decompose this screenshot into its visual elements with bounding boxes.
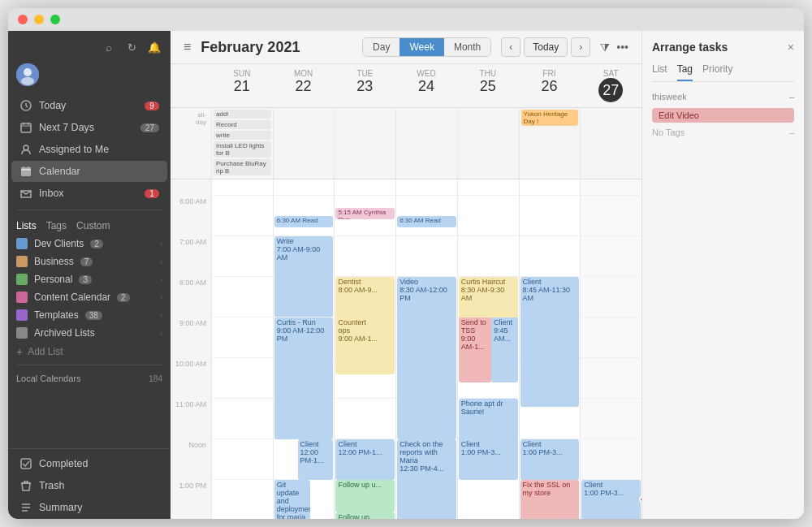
arrange-tab-tag[interactable]: Tag [677,63,693,81]
tab-custom[interactable]: Custom [76,218,110,233]
next-btn[interactable]: › [571,37,590,57]
list-item-archived[interactable]: Archived Lists › [8,324,171,342]
event-tss-thu[interactable]: Send to TSS9:00 AM-1... [459,317,491,382]
notification-icon[interactable]: 🔔 [146,39,162,55]
filter-icon[interactable]: ⧩ [600,41,610,54]
prev-btn[interactable]: ‹ [501,37,520,57]
minimize-button[interactable] [34,15,44,24]
col-sat: Client1:00 PM-3... [580,179,641,519]
sidebar-item-trash[interactable]: Trash [11,475,167,496]
arrange-tab-list[interactable]: List [652,63,667,81]
no-tags-action[interactable]: – [789,127,794,137]
event-followup-tue[interactable]: Follow up u... [335,480,395,512]
hamburger-icon[interactable]: ≡ [184,40,191,54]
arrange-tab-priority[interactable]: Priority [702,63,732,81]
event-followup2-tue[interactable]: Follow up [335,512,395,519]
list-header: Lists Tags Custom [8,214,171,235]
tab-tags[interactable]: Tags [46,218,67,233]
sync-icon[interactable]: ↻ [123,39,140,55]
day-header-thu: Thu 25 [457,64,519,107]
all-day-event[interactable]: add! [214,110,271,119]
event-ssl-fri[interactable]: Fix the SSL on my store [520,480,580,519]
col-fri: 5:15 AM Thom Client8:45 AM-11:30 AM [519,179,581,519]
sidebar-item-calendar[interactable]: Calendar [11,161,167,182]
assigned-label: Assigned to Me [39,144,159,155]
sidebar-item-today[interactable]: Today 9 [11,95,167,116]
all-day-event-yukon[interactable]: Yukon Heritage Day ! [521,110,579,126]
sidebar-item-next7[interactable]: Next 7 Days 27 [11,117,167,138]
col-wed: 6:30 AM Read Video8:30 AM-12:00 PM Check… [395,179,457,519]
event-client-mon-noon[interactable]: Client12:00 PM-1... [298,439,334,480]
event-curtis-mon[interactable]: Curtis - Run9:00 AM-12:00 PM [274,317,334,439]
clock-icon [19,99,32,112]
maximize-button[interactable] [50,15,60,24]
arrange-title: Arrange tasks [652,41,728,54]
col-sun [211,179,273,519]
all-day-event[interactable]: Install LED lights for B [214,141,271,158]
event-client-sat[interactable]: Client1:00 PM-3... [581,480,641,519]
svg-rect-6 [21,123,31,132]
view-switcher: Day Week Month [362,37,491,57]
all-day-thu [457,108,519,179]
day-view-btn[interactable]: Day [363,38,400,56]
event-counteropp-tue[interactable]: Countertops9:00 AM-1... [335,317,395,374]
all-day-wed [395,108,457,179]
chevron-right-icon: › [160,275,162,284]
sidebar-item-inbox[interactable]: Inbox 1 [11,183,167,204]
event-read-wed[interactable]: 6:30 AM Read [397,216,456,227]
week-view-btn[interactable]: Week [400,38,443,56]
more-icon[interactable]: ••• [616,41,628,54]
calendar-icon [19,121,32,134]
today-badge: 9 [145,102,159,110]
event-client-fri-1[interactable]: Client1:00 PM-3... [520,439,580,480]
next7-label: Next 7 Days [39,122,134,133]
today-btn[interactable]: Today [524,37,568,57]
event-client-thu-9[interactable]: Client9:45 AM... [491,317,518,382]
month-view-btn[interactable]: Month [444,38,490,56]
chevron-right-icon: › [160,311,162,320]
app-window: ⌕ ↻ 🔔 To [8,8,804,519]
folder-icon [16,327,28,339]
close-icon[interactable]: × [788,41,794,54]
sidebar-item-assigned[interactable]: Assigned to Me [11,139,167,160]
event-read-mon[interactable]: 6:30 AM Read [274,216,334,227]
event-client-thu-noon[interactable]: Client1:00 PM-3... [459,439,518,480]
arrange-tag-item[interactable]: Edit Video [652,108,794,123]
event-video-wed[interactable]: Video8:30 AM-12:00 PM [397,277,456,439]
time-col-header [171,64,211,107]
event-client-fri-8[interactable]: Client8:45 AM-11:30 AM [520,277,580,407]
add-list-label: Add List [28,346,63,357]
all-day-event[interactable]: write [214,131,271,140]
event-git-mon[interactable]: Git update and deployment for maria12:30… [274,480,310,519]
day-header-mon: Mon 22 [273,64,335,107]
event-cynthia-run-tue[interactable]: 5:15 AM Cynthia Run [335,208,395,219]
all-day-event[interactable]: Record [214,120,271,129]
close-button[interactable] [18,15,28,24]
all-day-event[interactable]: Purchase BluRay rip B [214,159,271,175]
col-mon: 6:30 AM Read Write7:00 AM-9:00 AM Curtis… [273,179,335,519]
add-list-button[interactable]: + Add List [8,342,171,361]
event-reports-wed[interactable]: Check on the reports with Maria12:30 PM-… [397,439,456,519]
inbox-label: Inbox [39,188,138,199]
tab-lists[interactable]: Lists [16,218,37,233]
chevron-right-icon: › [160,240,162,248]
next7-badge: 27 [140,123,159,132]
cal-grid-container: 12:00 AM 1:00 AM 2:00 AM 3:00 AM 4:00 AM… [171,179,641,519]
sidebar-item-completed[interactable]: Completed [11,453,167,474]
list-item-templates[interactable]: Templates 38 › [8,306,171,324]
folder-icon [16,256,28,267]
list-tabs: Lists Tags Custom [16,218,110,233]
list-item-business[interactable]: Business 7 › [8,253,171,270]
filter-label: thisweek [652,92,687,102]
event-client-tue-noon[interactable]: Client12:00 PM-1... [335,439,395,480]
sidebar-item-summary[interactable]: Summary [11,497,167,518]
list-item-personal[interactable]: Personal 3 › [8,270,171,288]
search-icon[interactable]: ⌕ [101,39,117,55]
list-item-dev-clients[interactable]: Dev Clients 2 › [8,235,171,253]
day-header-sat: Sat 27 [580,64,641,107]
list-item-content-cal[interactable]: Content Calendar 2 › [8,288,171,306]
local-cal-label: Local Calendars [16,374,81,383]
filter-action[interactable]: – [789,92,794,102]
cal-header: ≡ February 2021 Day Week Month ‹ Today ›… [171,31,641,64]
day-header-fri: Fri 26 [519,64,581,107]
